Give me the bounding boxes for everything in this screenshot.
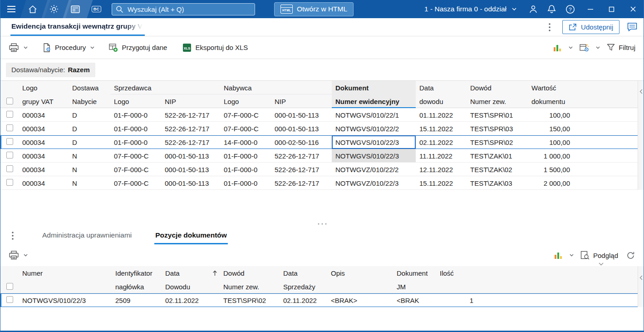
cell[interactable] bbox=[0, 293, 19, 307]
cell[interactable]: NOTWGVS/010/22/2 bbox=[332, 122, 416, 135]
row-checkbox[interactable] bbox=[6, 111, 13, 118]
cell[interactable] bbox=[0, 122, 19, 135]
cell[interactable]: 522-26-12-717 bbox=[161, 108, 220, 122]
cell[interactable]: D bbox=[69, 108, 110, 122]
row-checkbox[interactable] bbox=[6, 165, 13, 172]
cell[interactable]: 02.11.2022 bbox=[280, 293, 327, 307]
col-data-dowodu[interactable]: DataDowodu bbox=[162, 266, 220, 293]
refresh-button[interactable] bbox=[623, 248, 638, 263]
table-row[interactable]: 000034 D 01-F-000-0 522-26-12-717 07-F-0… bbox=[0, 122, 638, 135]
cell[interactable]: D bbox=[69, 135, 110, 149]
table-row-selected[interactable]: 000034 D 01-F-000-0 522-26-12-717 14-F-0… bbox=[0, 135, 638, 149]
row-checkbox[interactable] bbox=[6, 179, 13, 186]
cell[interactable]: 07-F-000-C bbox=[220, 122, 271, 135]
cell[interactable]: 2509 bbox=[112, 293, 162, 307]
cell[interactable]: <BRAK> bbox=[327, 293, 393, 307]
maximize-button[interactable] bbox=[601, 0, 622, 18]
col-dokument-numer-ewidencyjny[interactable]: DokumentNumer ewidencyjny bbox=[332, 81, 416, 108]
cell[interactable]: 07-F-000-C bbox=[110, 176, 161, 190]
cell[interactable]: 01-F-000-0 bbox=[110, 108, 161, 122]
select-all-header[interactable] bbox=[0, 81, 19, 108]
cell[interactable]: 1 500,00 bbox=[528, 163, 575, 176]
cell[interactable] bbox=[0, 108, 19, 122]
cell[interactable]: 15.11.2022 bbox=[416, 122, 467, 135]
cell[interactable]: 522-26-12-717 bbox=[161, 122, 220, 135]
cell-focused[interactable]: NOTWGVS/010/22/3 bbox=[332, 135, 416, 149]
col-ilosc[interactable]: Ilość bbox=[436, 266, 478, 293]
open-in-html-button[interactable]: HTML Otwórz w HTML bbox=[274, 2, 354, 16]
cell[interactable]: 000034 bbox=[19, 122, 69, 135]
group-filter-chip[interactable]: Dostawa/nabycie: Razem bbox=[6, 63, 95, 77]
przygotuj-dane-button[interactable]: Przygotuj dane bbox=[106, 41, 170, 55]
cell[interactable]: TEST\SPR\03 bbox=[467, 122, 528, 135]
bottom-grid-view-dropdown[interactable] bbox=[568, 252, 575, 259]
col-logo-grupy-vat[interactable]: Logogrupy VAT bbox=[19, 81, 69, 108]
cell[interactable]: 522-26-12-717 bbox=[271, 149, 332, 163]
cell[interactable]: 522-26-12-717 bbox=[271, 176, 332, 190]
cell[interactable]: 100,00 bbox=[528, 108, 575, 122]
cell[interactable]: 100,00 bbox=[528, 135, 575, 149]
row-checkbox[interactable] bbox=[6, 152, 13, 159]
bc-button[interactable]: BC bbox=[86, 0, 107, 18]
close-button[interactable] bbox=[622, 0, 644, 18]
cell[interactable]: 07-F-000-C bbox=[110, 149, 161, 163]
cell[interactable]: TEST\SPR\02 bbox=[467, 135, 528, 149]
cell[interactable]: TEST\ZAK\03 bbox=[467, 176, 528, 190]
cell[interactable]: N bbox=[69, 163, 110, 176]
cell[interactable]: N bbox=[69, 149, 110, 163]
help-button[interactable]: ? bbox=[561, 0, 580, 18]
cell[interactable] bbox=[0, 163, 19, 176]
col-sprzedawca-nip[interactable]: NIP bbox=[161, 94, 220, 108]
cell[interactable]: 07-F-000-C bbox=[110, 163, 161, 176]
select-all-checkbox[interactable] bbox=[6, 98, 13, 104]
cell[interactable]: 14-F-000-0 bbox=[220, 135, 271, 149]
cell[interactable]: 01-F-000-0 bbox=[110, 122, 161, 135]
col-dokument-jm[interactable]: DokumentJM bbox=[393, 266, 436, 293]
assistant-button[interactable] bbox=[43, 0, 64, 18]
grid-view-dropdown[interactable] bbox=[567, 44, 575, 51]
cell[interactable]: NOTWGVS/010/22/1 bbox=[332, 108, 416, 122]
cell[interactable]: TEST\ZAK\02 bbox=[467, 163, 528, 176]
col-wartosc-dokumentu[interactable]: Wartośćdokumentu bbox=[528, 81, 575, 108]
cell[interactable]: 150,00 bbox=[528, 122, 575, 135]
col-nabywca-logo[interactable]: Logo bbox=[220, 94, 271, 108]
row-checkbox[interactable] bbox=[6, 138, 13, 145]
col-opis[interactable]: Opis bbox=[327, 266, 393, 293]
cell[interactable]: 2 000,00 bbox=[528, 176, 575, 190]
cell[interactable]: 01.11.2022 bbox=[416, 108, 467, 122]
cell[interactable]: NOTWGVZ/010/22/3 bbox=[332, 176, 416, 190]
cell[interactable]: 000-01-50-113 bbox=[161, 149, 220, 163]
main-grid-collapse-strip[interactable] bbox=[638, 81, 644, 190]
share-button[interactable]: Udostępnij bbox=[562, 20, 619, 34]
col-dowod-numer-zew[interactable]: DowódNumer zew. bbox=[220, 266, 280, 293]
main-menu-button[interactable] bbox=[0, 0, 22, 18]
col-identyfikator-naglowka[interactable]: Identyfikatornagłówka bbox=[112, 266, 162, 293]
grid-settings-dropdown[interactable] bbox=[594, 44, 602, 51]
cell[interactable]: N bbox=[69, 176, 110, 190]
cell[interactable] bbox=[0, 149, 19, 163]
cell[interactable]: 02.11.2022 bbox=[416, 135, 467, 149]
tab-administracja-uprawnieniami[interactable]: Administracja uprawnieniami bbox=[41, 227, 133, 244]
tab-ewidencja-transakcji[interactable]: Ewidencja transakcji wewnątrz grupy VAT bbox=[10, 18, 145, 36]
bottom-grid-collapse-strip[interactable] bbox=[638, 266, 644, 307]
tab-overflow-menu-button[interactable] bbox=[543, 20, 556, 34]
cell[interactable]: 522-26-12-717 bbox=[271, 163, 332, 176]
comments-button[interactable] bbox=[625, 20, 639, 34]
table-row[interactable]: 000034 D 01-F-000-0 522-26-12-717 07-F-0… bbox=[0, 108, 638, 122]
bottom-print-button[interactable] bbox=[6, 248, 22, 262]
cell[interactable]: TEST\SPR\02 bbox=[220, 293, 280, 307]
cell[interactable]: 1 000,00 bbox=[528, 149, 575, 163]
bottom-panel-menu-button[interactable] bbox=[6, 229, 20, 243]
col-data-dowodu[interactable]: Datadowodu bbox=[416, 81, 467, 108]
collapse-toolbar-button[interactable] bbox=[599, 259, 604, 267]
minimize-button[interactable] bbox=[580, 0, 601, 18]
notifications-button[interactable] bbox=[542, 0, 561, 18]
home-button[interactable] bbox=[22, 0, 43, 18]
cell[interactable]: 1 bbox=[436, 293, 478, 307]
cell[interactable]: 07-F-000-C bbox=[220, 108, 271, 122]
eksportuj-xls-button[interactable]: XLS Eksportuj do XLS bbox=[180, 41, 251, 55]
grid-settings-button[interactable] bbox=[577, 41, 592, 55]
cell[interactable]: 522-26-12-717 bbox=[161, 135, 220, 149]
procedury-button[interactable]: Procedury bbox=[39, 41, 88, 55]
cell[interactable]: 12.11.2022 bbox=[416, 163, 467, 176]
